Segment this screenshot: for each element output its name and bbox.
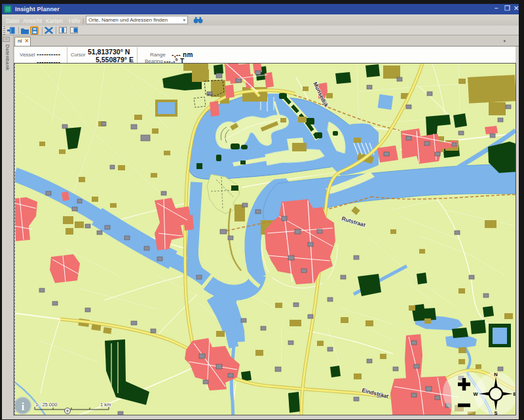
svg-text:W: W (473, 391, 478, 397)
svg-text:E: E (513, 391, 515, 397)
svg-text:N: N (494, 372, 497, 377)
svg-text:1 km: 1 km (100, 402, 111, 408)
svg-text:S: S (494, 410, 497, 415)
svg-text:1 : 25.000: 1 : 25.000 (35, 402, 57, 408)
svg-text:i: i (22, 401, 25, 412)
